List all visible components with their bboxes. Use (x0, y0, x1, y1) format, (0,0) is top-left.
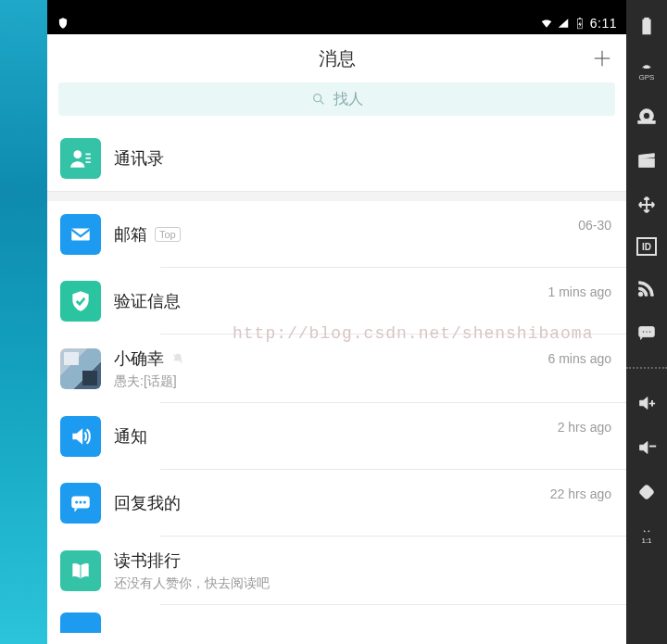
svg-rect-9 (85, 158, 90, 159)
wifi-icon (540, 17, 553, 30)
emu-rss-button[interactable] (635, 276, 659, 300)
emu-rotate-button[interactable] (635, 480, 659, 504)
page-title: 消息 (319, 46, 356, 71)
book-icon (60, 550, 101, 591)
item-time: 1 mins ago (548, 284, 611, 299)
list-item[interactable]: 回复我的 22 hrs ago (47, 470, 626, 537)
svg-point-25 (638, 292, 643, 297)
emulator-titlebar (47, 0, 626, 11)
item-time: 06-30 (578, 218, 611, 233)
search-placeholder: 找人 (334, 90, 363, 109)
avatar-partial (60, 612, 101, 633)
compose-button[interactable] (589, 45, 615, 71)
contacts-icon (60, 138, 101, 179)
emu-volume-down-button[interactable]: − (635, 436, 659, 460)
top-badge: Top (155, 227, 181, 242)
list-item[interactable]: 邮箱 Top 06-30 (47, 201, 626, 268)
svg-rect-24 (639, 158, 655, 167)
emu-battery-button[interactable] (635, 15, 659, 39)
search-input[interactable]: 找人 (58, 82, 615, 116)
item-title: 邮箱 (114, 223, 147, 246)
emulator-sidebar: GPS ID + − 1:1 (626, 0, 667, 644)
android-status-bar: 6:11 (47, 11, 626, 34)
svg-point-15 (79, 500, 82, 503)
list-item[interactable]: 验证信息 1 mins ago (47, 268, 626, 335)
svg-text:+: + (649, 398, 655, 409)
section-gap (47, 192, 626, 201)
list-item[interactable]: 小确幸 愚夫:[话题] 6 mins ago (47, 335, 626, 403)
list-item[interactable]: 读书排行 还没有人赞你，快去阅读吧 (47, 537, 626, 605)
emu-gps-button[interactable]: GPS (635, 59, 659, 83)
emu-id-button[interactable]: ID (636, 237, 657, 256)
svg-rect-11 (71, 229, 90, 241)
svg-point-7 (73, 150, 82, 158)
signal-icon (557, 17, 570, 30)
svg-text:−: − (649, 439, 657, 453)
search-icon (311, 92, 326, 107)
mute-icon (171, 352, 184, 365)
emu-sms-button[interactable] (635, 321, 659, 345)
emu-move-button[interactable] (635, 193, 659, 217)
shield-icon (60, 281, 101, 322)
item-title: 读书排行 (114, 549, 181, 572)
item-title: 小确幸 (114, 347, 164, 370)
contacts-label: 通讯录 (114, 147, 164, 170)
svg-rect-10 (85, 161, 90, 163)
svg-rect-20 (644, 29, 649, 33)
speaker-icon (60, 416, 101, 457)
svg-rect-32 (639, 485, 654, 499)
svg-line-6 (321, 101, 323, 104)
svg-rect-23 (638, 121, 655, 124)
emu-clapper-button[interactable] (635, 148, 659, 172)
item-time: 2 hrs ago (558, 420, 611, 435)
plus-icon (592, 48, 612, 69)
desktop-background (0, 0, 47, 644)
mail-icon (60, 214, 101, 255)
emu-camera-button[interactable] (635, 104, 659, 128)
app-header: 消息 (47, 34, 626, 82)
svg-point-29 (649, 331, 651, 333)
svg-point-27 (642, 331, 644, 333)
svg-rect-19 (645, 19, 648, 20)
item-subtitle: 愚夫:[话题] (114, 373, 613, 390)
battery-charging-icon (573, 17, 586, 30)
search-wrap: 找人 (47, 82, 626, 125)
item-title: 通知 (114, 425, 147, 448)
svg-rect-2 (579, 18, 581, 19)
item-subtitle: 还没有人赞你，快去阅读吧 (114, 575, 613, 592)
item-title: 验证信息 (114, 290, 181, 312)
svg-rect-8 (85, 154, 90, 156)
item-time: 22 hrs ago (550, 486, 611, 501)
avatar-image (60, 348, 101, 389)
svg-point-14 (75, 500, 78, 503)
contacts-row[interactable]: 通讯录 (47, 125, 626, 192)
item-time: 6 mins ago (548, 351, 611, 366)
svg-point-16 (83, 500, 86, 503)
svg-point-5 (313, 95, 321, 102)
svg-point-28 (646, 331, 648, 333)
list-item[interactable]: 通知 2 hrs ago (47, 403, 626, 470)
privacy-icon (57, 17, 69, 30)
svg-point-0 (62, 20, 64, 22)
status-time: 6:11 (590, 16, 617, 31)
item-title: 回复我的 (114, 492, 181, 514)
emu-ratio-button[interactable]: 1:1 (635, 524, 659, 549)
chat-icon (60, 483, 101, 524)
phone-frame: 6:11 消息 找人 通讯录 (47, 0, 626, 644)
emu-divider (626, 367, 667, 369)
emu-volume-up-button[interactable]: + (635, 391, 659, 415)
svg-point-22 (643, 112, 649, 119)
list-item-partial[interactable] (47, 605, 626, 633)
